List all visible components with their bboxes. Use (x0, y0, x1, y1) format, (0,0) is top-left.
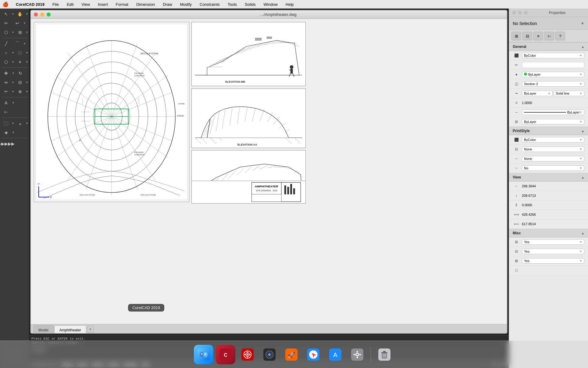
panel-icon-row: ⊞ ⊟ ≡ ⊢ ? (509, 30, 588, 42)
panel-selection-header[interactable]: No Selection ▼ (509, 17, 588, 30)
tool-row-7: ✥ ▼ ↻ (1, 69, 28, 78)
undo-tool[interactable]: ↩ (12, 19, 23, 27)
line-tool[interactable]: ╱ (1, 39, 12, 48)
ps-color-select[interactable]: ByColor ▼ (522, 137, 584, 143)
menu-window[interactable]: Window (262, 2, 280, 7)
ps-no-select[interactable]: No ▼ (522, 165, 584, 171)
panel-icon-magnet[interactable]: ⊟ (522, 32, 532, 40)
pan-tool[interactable]: ✋ (15, 10, 25, 18)
svg-text:A: A (333, 352, 337, 358)
menu-view[interactable]: View (80, 2, 92, 7)
mirror-tool[interactable]: ⇔ (1, 78, 11, 87)
maximize-button[interactable] (47, 13, 51, 16)
selection-dropdown-arrow[interactable]: ▼ (581, 21, 584, 26)
section-misc[interactable]: Misc ▲ (509, 229, 588, 237)
polygon-tool[interactable]: ⬡ (1, 58, 11, 66)
prop-lineweight: ≡ 1.0000 (509, 98, 588, 108)
trim-tool[interactable]: ✂ (1, 87, 11, 96)
panel-icon-layers[interactable]: ≡ (533, 32, 543, 40)
add-tab-button[interactable]: + (87, 326, 94, 333)
extend-tool[interactable]: ⊕ (15, 87, 25, 96)
misc3-select[interactable]: Yes ▼ (522, 258, 584, 264)
tab-model[interactable]: Model (33, 325, 54, 333)
ps-none1-select[interactable]: None ▼ (522, 146, 584, 152)
dock-finder[interactable] (194, 345, 213, 364)
cad-drawing-area[interactable]: STAGE ANTI-SLIP STONE (31, 19, 507, 324)
dock-corelcad[interactable]: C (216, 345, 235, 364)
tool-row-3: ⬡ ▼ ⊞ ▼ (1, 28, 28, 37)
menu-help[interactable]: Help (284, 2, 296, 7)
menu-draw[interactable]: Draw (161, 2, 174, 7)
move-tool[interactable]: ✥ (1, 69, 12, 78)
section-printstyle[interactable]: PrintStyle ▲ (509, 127, 588, 135)
box-tool[interactable]: ⬛ (1, 119, 11, 128)
tab-amphitheater[interactable]: Amphitheater (54, 325, 86, 333)
prop-misc-1: ⊞ Yes ▼ (509, 237, 588, 247)
dock-siri[interactable] (260, 345, 279, 364)
svg-rect-120 (192, 181, 304, 203)
plot-select[interactable]: ByLayer ▼ (522, 119, 584, 124)
svg-rect-161 (354, 354, 355, 355)
pencil-input[interactable] (522, 62, 584, 68)
menu-corelcad[interactable]: CorelCAD 2019 (14, 2, 46, 7)
blueprint-elevation-aa[interactable]: ELEVATION AA (191, 88, 306, 148)
menu-insert[interactable]: Insert (96, 2, 110, 7)
dock-rocket[interactable]: 🚀 (282, 345, 301, 364)
misc1-select[interactable]: Yes ▼ (522, 239, 584, 245)
dock-safari[interactable] (304, 345, 323, 364)
linescale-select[interactable]: ByLayer ▼ (522, 110, 584, 115)
tab-bar: Model Amphitheater + (31, 324, 507, 333)
close-button[interactable] (34, 13, 38, 16)
prop-plot: ⊞ ByLayer ▼ (509, 117, 588, 127)
arc-tool[interactable]: ⌒ (12, 39, 23, 48)
menu-format[interactable]: Format (114, 2, 130, 7)
menu-solids[interactable]: Solids (243, 2, 257, 7)
section-view[interactable]: View ▲ (509, 173, 588, 182)
menu-dimension[interactable]: Dimension (134, 2, 157, 7)
linetype-select-2[interactable]: Solid line ▼ (554, 91, 584, 96)
menu-edit[interactable]: Edit (65, 2, 75, 7)
ps-none2-select[interactable]: None ▼ (522, 156, 584, 161)
text-tool[interactable]: A (1, 99, 12, 107)
section-general[interactable]: General ▲ (509, 42, 588, 51)
panel-icon-help[interactable]: ? (555, 32, 565, 40)
cad-titlebar: .../Amphitheater.dwg (31, 10, 507, 19)
panel-icon-grid[interactable]: ⊞ (511, 32, 521, 40)
circle-tool[interactable]: ○ (1, 49, 11, 57)
rect-tool[interactable]: □ (15, 49, 25, 57)
cut-tool[interactable]: ✂ (1, 19, 12, 27)
offset-tool[interactable]: ⊟ (15, 78, 25, 87)
section-select[interactable]: Section 2 ▼ (522, 81, 584, 87)
select-tool[interactable]: ↖ (1, 10, 11, 18)
dock-settings[interactable] (347, 345, 367, 364)
surface-tool[interactable]: ◈ (1, 128, 12, 137)
misc2-select[interactable]: Yes ▼ (522, 249, 584, 254)
dock-target[interactable] (238, 345, 257, 364)
menu-constraints[interactable]: Constraints (198, 2, 222, 7)
section-printstyle-label: PrintStyle (513, 129, 581, 133)
3d-tool[interactable]: ⟁ (15, 119, 25, 128)
misc3-arrow: ▼ (579, 259, 582, 262)
linetype-select-1[interactable]: ByLayer ▼ (522, 91, 553, 96)
dock-appstore[interactable]: A (326, 345, 345, 364)
layer-select[interactable]: ByLayer ▼ (522, 72, 584, 77)
blueprint-main[interactable]: STAGE ANTI-SLIP STONE (34, 22, 189, 202)
tool-row-9: ✂ ▼ ⊕ ▼ (1, 87, 28, 96)
blueprint-elevation-bb[interactable]: ELEVATION BB (191, 22, 306, 86)
misc1-arrow: ▼ (579, 240, 582, 244)
group-tool[interactable]: ⊞ (15, 28, 25, 37)
ps-no-arrow: ▼ (579, 167, 582, 170)
rotate-tool[interactable]: ↻ (15, 69, 26, 78)
dim-tool[interactable]: ⊢ (1, 108, 12, 116)
apple-menu[interactable]: 🍎 (2, 2, 9, 7)
dock-trash[interactable] (375, 345, 394, 364)
panel-icon-measure[interactable]: ⊢ (544, 32, 554, 40)
menu-modify[interactable]: Modify (178, 2, 194, 7)
menu-tools[interactable]: Tools (226, 2, 239, 7)
menu-file[interactable]: File (51, 2, 61, 7)
color-select[interactable]: ByColor ▼ (522, 53, 584, 58)
shape-tool[interactable]: ⬡ (1, 28, 11, 37)
play-tool[interactable]: ▶▶▶▶▶ (1, 139, 12, 148)
hatch-tool[interactable]: ≡ (15, 58, 25, 66)
minimize-button[interactable] (40, 13, 44, 16)
